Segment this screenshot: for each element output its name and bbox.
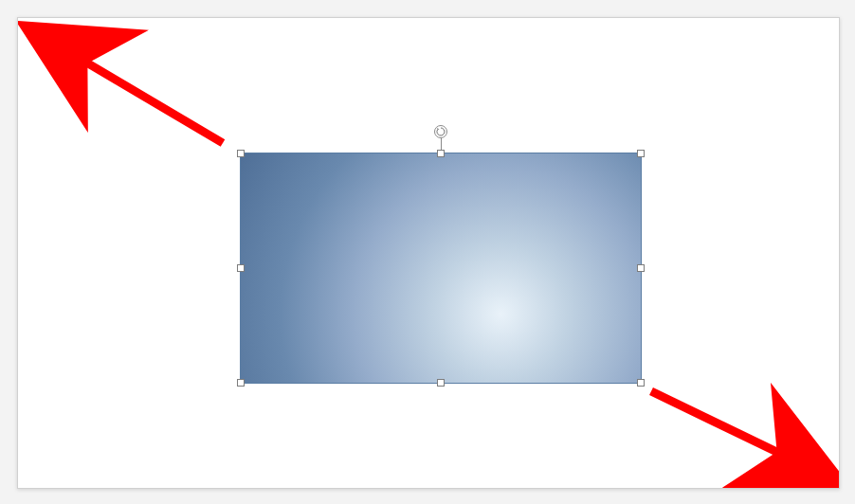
resize-handle-bottom-right[interactable] — [637, 379, 645, 387]
resize-handle-middle-left[interactable] — [237, 264, 245, 272]
resize-handle-middle-right[interactable] — [637, 264, 645, 272]
resize-handle-top-right[interactable] — [637, 150, 645, 157]
resize-handle-top-middle[interactable] — [437, 150, 445, 157]
rotation-handle[interactable] — [434, 125, 447, 138]
resize-handle-bottom-left[interactable] — [237, 379, 245, 387]
rotation-connector — [441, 136, 442, 150]
arrow-bottom-right-icon — [651, 391, 820, 473]
arrow-top-left-icon — [46, 39, 223, 143]
resize-handle-bottom-middle[interactable] — [437, 379, 445, 387]
slide-canvas[interactable] — [17, 17, 840, 489]
rotate-icon — [436, 127, 446, 136]
resize-handle-top-left[interactable] — [237, 150, 245, 157]
selected-rectangle-shape[interactable] — [240, 153, 642, 384]
